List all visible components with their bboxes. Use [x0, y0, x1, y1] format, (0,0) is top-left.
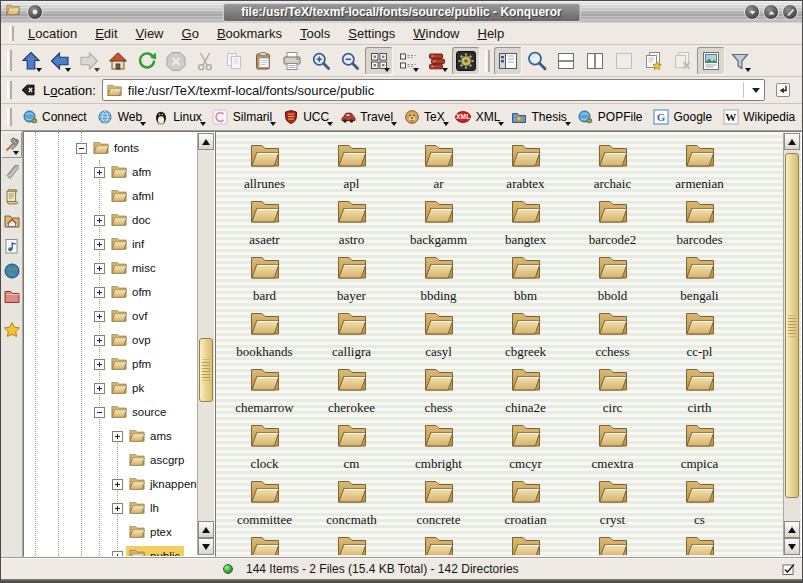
split-view-top-bottom-button[interactable]: [552, 47, 580, 75]
sidebar-history-tab[interactable]: [1, 183, 22, 208]
menu-window[interactable]: Window: [404, 24, 468, 43]
expand-icon[interactable]: [94, 215, 105, 226]
folder-cmcyr[interactable]: cmcyr: [482, 421, 569, 477]
expand-icon[interactable]: [94, 263, 105, 274]
tree-item-ovp[interactable]: ovp: [24, 328, 197, 352]
tree-item-pfm[interactable]: pfm: [24, 352, 197, 376]
scroll-up-button[interactable]: [198, 521, 214, 538]
folder-clock[interactable]: clock: [221, 421, 308, 477]
find-button[interactable]: [523, 47, 551, 75]
folder-bbm[interactable]: bbm: [482, 253, 569, 309]
embedded-viewer-button[interactable]: [452, 47, 480, 75]
toolbar-handle[interactable]: [9, 26, 14, 41]
tree-item-pk[interactable]: pk: [24, 376, 197, 400]
folder-arabtex[interactable]: arabtex: [482, 141, 569, 197]
folder-bard[interactable]: bard: [221, 253, 308, 309]
expand-icon[interactable]: [94, 287, 105, 298]
folder-barcode2[interactable]: barcode2: [569, 197, 656, 253]
sticky-button[interactable]: [27, 4, 43, 20]
folder-bbold[interactable]: bbold: [569, 253, 656, 309]
folder-bayer[interactable]: bayer: [308, 253, 395, 309]
clear-location-button[interactable]: [17, 79, 39, 101]
expand-icon[interactable]: [94, 167, 105, 178]
tree-item-fonts[interactable]: fonts: [24, 136, 197, 160]
folder-circ[interactable]: circ: [569, 365, 656, 421]
up-button[interactable]: [17, 47, 45, 75]
paste-button[interactable]: [249, 47, 277, 75]
forward-button[interactable]: [75, 47, 103, 75]
multicolumn-view-button[interactable]: [423, 47, 451, 75]
menu-settings[interactable]: Settings: [339, 24, 404, 43]
menu-bookmarks[interactable]: Bookmarks: [208, 24, 291, 43]
tree-item-jknappen[interactable]: jknappen: [24, 472, 197, 496]
expand-icon[interactable]: [94, 335, 105, 346]
back-button[interactable]: [46, 47, 74, 75]
menu-edit[interactable]: Edit: [86, 24, 126, 43]
folder-croatian[interactable]: croatian: [482, 477, 569, 533]
html-preview-button[interactable]: [697, 47, 725, 75]
tree-item-ascgrp[interactable]: ascgrp: [24, 448, 197, 472]
folder-bangtex[interactable]: bangtex: [482, 197, 569, 253]
bookmark-silmaril[interactable]: Silmaril: [208, 106, 278, 128]
collapse-icon[interactable]: [76, 143, 87, 154]
folder-cbgreek[interactable]: cbgreek: [482, 309, 569, 365]
toolbar-handle[interactable]: [7, 108, 12, 126]
zoom-in-button[interactable]: [307, 47, 335, 75]
folder-armenian[interactable]: armenian: [656, 141, 743, 197]
home-button[interactable]: [104, 47, 132, 75]
toolbar-handle[interactable]: [7, 50, 12, 72]
tree-item-doc[interactable]: doc: [24, 208, 197, 232]
folder-archaic[interactable]: archaic: [569, 141, 656, 197]
copy-button[interactable]: [220, 47, 248, 75]
folder-concrete[interactable]: concrete: [395, 477, 482, 533]
list-view-button[interactable]: [394, 47, 422, 75]
tree-item-ovf[interactable]: ovf: [24, 304, 197, 328]
maximize-button[interactable]: [763, 4, 779, 20]
tree-item-inf[interactable]: inf: [24, 232, 197, 256]
folder-china2e[interactable]: china2e: [482, 365, 569, 421]
menu-tools[interactable]: Tools: [291, 24, 339, 43]
folder-astro[interactable]: astro: [308, 197, 395, 253]
expand-icon[interactable]: [112, 551, 123, 556]
scroll-down-button[interactable]: [784, 538, 800, 555]
folder-ar[interactable]: ar: [395, 141, 482, 197]
scroll-up-button[interactable]: [784, 521, 800, 538]
folder-bengali[interactable]: bengali: [656, 253, 743, 309]
folder-unlabeled[interactable]: [395, 533, 482, 555]
folder-unlabeled[interactable]: [569, 533, 656, 555]
sidebar-home-tab[interactable]: [1, 208, 22, 233]
folder-committee[interactable]: committee: [221, 477, 308, 533]
folder-unlabeled[interactable]: [656, 533, 743, 555]
sidebar-bookmarks-tab[interactable]: [1, 158, 22, 183]
folder-cs[interactable]: cs: [656, 477, 743, 533]
print-button[interactable]: [278, 47, 306, 75]
tree-item-afml[interactable]: afml: [24, 184, 197, 208]
folder-casyl[interactable]: casyl: [395, 309, 482, 365]
sidebar-star-tab[interactable]: [1, 317, 22, 342]
tree-scrollbar-thumb[interactable]: [199, 338, 213, 402]
menu-location[interactable]: Location: [19, 24, 86, 43]
tree-item-ams[interactable]: ams: [24, 424, 197, 448]
menu-view[interactable]: View: [127, 24, 173, 43]
main-scrollbar-thumb[interactable]: [785, 153, 799, 498]
folder-bookhands[interactable]: bookhands: [221, 309, 308, 365]
tree-item-lh[interactable]: lh: [24, 496, 197, 520]
stop-button[interactable]: [162, 47, 190, 75]
tree-item-misc[interactable]: misc: [24, 256, 197, 280]
location-dropdown-arrow[interactable]: [748, 81, 763, 99]
folder-apl[interactable]: apl: [308, 141, 395, 197]
folder-unlabeled[interactable]: [482, 533, 569, 555]
close-button[interactable]: [782, 4, 798, 20]
folder-chemarrow[interactable]: chemarrow: [221, 365, 308, 421]
sidebar-network-tab[interactable]: [1, 258, 22, 283]
bookmark-thesis[interactable]: Thesis: [506, 106, 572, 128]
scroll-up-button[interactable]: [198, 133, 214, 150]
toolbar-handle[interactable]: [7, 81, 12, 99]
bookmark-google[interactable]: GGoogle: [649, 106, 719, 128]
bookmark-popfile[interactable]: POPFile: [573, 106, 649, 128]
remove-view-button[interactable]: [610, 47, 638, 75]
folder-cc-pl[interactable]: cc-pl: [656, 309, 743, 365]
folder-backgamm[interactable]: backgamm: [395, 197, 482, 253]
collapse-icon[interactable]: [94, 407, 105, 418]
folder-cchess[interactable]: cchess: [569, 309, 656, 365]
